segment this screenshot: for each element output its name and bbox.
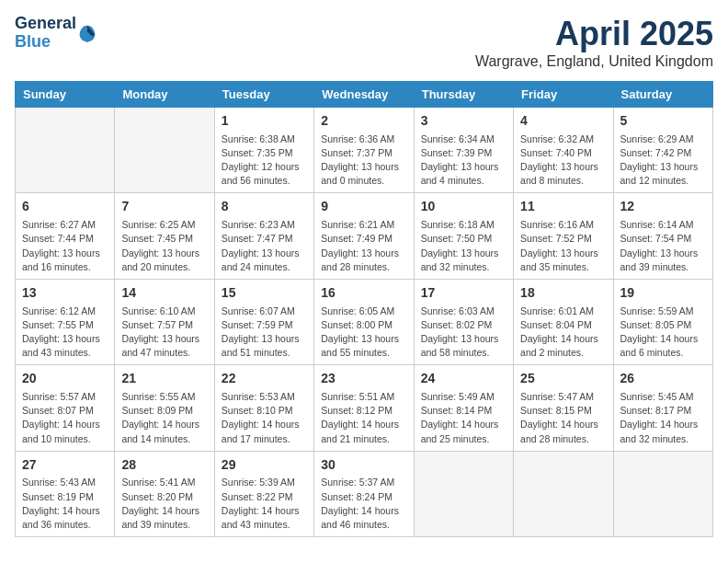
- calendar-cell: 12Sunrise: 6:14 AMSunset: 7:54 PMDayligh…: [613, 193, 712, 279]
- logo-blue: Blue: [15, 33, 76, 52]
- day-info: Sunrise: 5:53 AMSunset: 8:10 PMDaylight:…: [222, 390, 307, 446]
- day-number: 4: [520, 112, 606, 131]
- day-number: 30: [321, 456, 406, 475]
- day-number: 17: [421, 284, 506, 303]
- title-area: April 2025 Wargrave, England, United Kin…: [475, 15, 713, 70]
- day-number: 15: [222, 284, 307, 303]
- day-info: Sunrise: 6:27 AMSunset: 7:44 PMDaylight:…: [22, 218, 108, 274]
- day-info: Sunrise: 6:16 AMSunset: 7:52 PMDaylight:…: [520, 218, 606, 274]
- day-number: 18: [520, 284, 606, 303]
- calendar-cell: [414, 451, 513, 536]
- location-title: Wargrave, England, United Kingdom: [475, 53, 713, 70]
- calendar-cell: 10Sunrise: 6:18 AMSunset: 7:50 PMDayligh…: [414, 193, 513, 279]
- day-number: 24: [421, 370, 506, 388]
- weekday-header-thursday: Thursday: [414, 82, 513, 108]
- day-info: Sunrise: 5:57 AMSunset: 8:07 PMDaylight:…: [22, 390, 108, 446]
- day-info: Sunrise: 6:12 AMSunset: 7:55 PMDaylight:…: [22, 304, 108, 361]
- weekday-header-sunday: Sunday: [16, 82, 115, 108]
- calendar-cell: 13Sunrise: 6:12 AMSunset: 7:55 PMDayligh…: [16, 279, 115, 364]
- page-header: General Blue April 2025 Wargrave, Englan…: [15, 15, 713, 70]
- day-number: 26: [620, 370, 706, 388]
- day-info: Sunrise: 5:47 AMSunset: 8:15 PMDaylight:…: [520, 390, 606, 446]
- day-info: Sunrise: 5:55 AMSunset: 8:09 PMDaylight:…: [121, 390, 207, 446]
- calendar-cell: 2Sunrise: 6:36 AMSunset: 7:37 PMDaylight…: [314, 108, 414, 193]
- calendar-cell: 24Sunrise: 5:49 AMSunset: 8:14 PMDayligh…: [414, 365, 513, 451]
- day-info: Sunrise: 5:49 AMSunset: 8:14 PMDaylight:…: [421, 390, 506, 446]
- calendar-week-1: 1Sunrise: 6:38 AMSunset: 7:35 PMDaylight…: [16, 108, 713, 193]
- day-number: 3: [421, 112, 506, 131]
- calendar-cell: [115, 108, 214, 193]
- day-number: 20: [22, 370, 108, 388]
- day-info: Sunrise: 6:23 AMSunset: 7:47 PMDaylight:…: [222, 218, 307, 274]
- calendar-cell: 21Sunrise: 5:55 AMSunset: 8:09 PMDayligh…: [115, 365, 214, 451]
- day-info: Sunrise: 5:37 AMSunset: 8:24 PMDaylight:…: [321, 476, 406, 532]
- calendar-cell: 25Sunrise: 5:47 AMSunset: 8:15 PMDayligh…: [514, 365, 613, 451]
- day-info: Sunrise: 6:14 AMSunset: 7:54 PMDaylight:…: [620, 218, 706, 274]
- calendar-cell: 23Sunrise: 5:51 AMSunset: 8:12 PMDayligh…: [314, 365, 414, 451]
- day-number: 14: [121, 284, 207, 303]
- day-number: 6: [22, 198, 108, 216]
- day-info: Sunrise: 5:59 AMSunset: 8:05 PMDaylight:…: [620, 304, 706, 361]
- day-number: 22: [222, 370, 307, 388]
- calendar-cell: 17Sunrise: 6:03 AMSunset: 8:02 PMDayligh…: [414, 279, 513, 364]
- day-number: 16: [321, 284, 406, 303]
- calendar-cell: 11Sunrise: 6:16 AMSunset: 7:52 PMDayligh…: [514, 193, 613, 279]
- day-info: Sunrise: 6:07 AMSunset: 7:59 PMDaylight:…: [222, 304, 307, 361]
- weekday-header-friday: Friday: [514, 82, 613, 108]
- month-title: April 2025: [475, 15, 713, 53]
- day-info: Sunrise: 6:34 AMSunset: 7:39 PMDaylight:…: [421, 132, 506, 189]
- day-info: Sunrise: 6:38 AMSunset: 7:35 PMDaylight:…: [222, 132, 307, 189]
- calendar-cell: 6Sunrise: 6:27 AMSunset: 7:44 PMDaylight…: [16, 193, 115, 279]
- day-number: 27: [22, 456, 108, 475]
- day-number: 8: [222, 198, 307, 216]
- day-number: 11: [520, 198, 606, 216]
- calendar-cell: 20Sunrise: 5:57 AMSunset: 8:07 PMDayligh…: [16, 365, 115, 451]
- weekday-header-row: SundayMondayTuesdayWednesdayThursdayFrid…: [16, 82, 713, 108]
- day-info: Sunrise: 6:29 AMSunset: 7:42 PMDaylight:…: [620, 132, 706, 189]
- calendar-cell: [514, 451, 613, 536]
- calendar: SundayMondayTuesdayWednesdayThursdayFrid…: [15, 81, 713, 537]
- calendar-cell: 5Sunrise: 6:29 AMSunset: 7:42 PMDaylight…: [613, 108, 712, 193]
- day-info: Sunrise: 6:05 AMSunset: 8:00 PMDaylight:…: [321, 304, 406, 361]
- day-number: 12: [620, 198, 706, 216]
- day-info: Sunrise: 5:45 AMSunset: 8:17 PMDaylight:…: [620, 390, 706, 446]
- logo-icon: [78, 24, 97, 42]
- day-number: 23: [321, 370, 406, 388]
- day-number: 5: [620, 112, 706, 131]
- calendar-cell: 19Sunrise: 5:59 AMSunset: 8:05 PMDayligh…: [613, 279, 712, 364]
- day-number: 9: [321, 198, 406, 216]
- calendar-cell: 26Sunrise: 5:45 AMSunset: 8:17 PMDayligh…: [613, 365, 712, 451]
- day-info: Sunrise: 6:21 AMSunset: 7:49 PMDaylight:…: [321, 218, 406, 274]
- logo: General Blue: [15, 15, 97, 52]
- day-number: 25: [520, 370, 606, 388]
- day-info: Sunrise: 6:01 AMSunset: 8:04 PMDaylight:…: [520, 304, 606, 361]
- day-info: Sunrise: 5:43 AMSunset: 8:19 PMDaylight:…: [22, 476, 108, 532]
- weekday-header-tuesday: Tuesday: [214, 82, 313, 108]
- day-info: Sunrise: 6:18 AMSunset: 7:50 PMDaylight:…: [421, 218, 506, 274]
- day-number: 1: [222, 112, 307, 131]
- day-info: Sunrise: 5:39 AMSunset: 8:22 PMDaylight:…: [222, 476, 307, 532]
- calendar-cell: 29Sunrise: 5:39 AMSunset: 8:22 PMDayligh…: [214, 451, 313, 536]
- calendar-cell: [16, 108, 115, 193]
- calendar-week-2: 6Sunrise: 6:27 AMSunset: 7:44 PMDaylight…: [16, 193, 713, 279]
- calendar-cell: 30Sunrise: 5:37 AMSunset: 8:24 PMDayligh…: [314, 451, 414, 536]
- day-info: Sunrise: 6:25 AMSunset: 7:45 PMDaylight:…: [121, 218, 207, 274]
- day-number: 10: [421, 198, 506, 216]
- calendar-week-3: 13Sunrise: 6:12 AMSunset: 7:55 PMDayligh…: [16, 279, 713, 364]
- day-info: Sunrise: 5:41 AMSunset: 8:20 PMDaylight:…: [121, 476, 207, 532]
- logo-general: General: [15, 15, 76, 33]
- day-number: 7: [121, 198, 207, 216]
- calendar-cell: 15Sunrise: 6:07 AMSunset: 7:59 PMDayligh…: [214, 279, 313, 364]
- day-number: 2: [321, 112, 406, 131]
- calendar-cell: 18Sunrise: 6:01 AMSunset: 8:04 PMDayligh…: [514, 279, 613, 364]
- calendar-cell: 27Sunrise: 5:43 AMSunset: 8:19 PMDayligh…: [16, 451, 115, 536]
- calendar-cell: 1Sunrise: 6:38 AMSunset: 7:35 PMDaylight…: [214, 108, 313, 193]
- calendar-cell: [613, 451, 712, 536]
- day-number: 28: [121, 456, 207, 475]
- day-number: 21: [121, 370, 207, 388]
- weekday-header-wednesday: Wednesday: [314, 82, 414, 108]
- calendar-cell: 4Sunrise: 6:32 AMSunset: 7:40 PMDaylight…: [514, 108, 613, 193]
- calendar-cell: 3Sunrise: 6:34 AMSunset: 7:39 PMDaylight…: [414, 108, 513, 193]
- calendar-cell: 16Sunrise: 6:05 AMSunset: 8:00 PMDayligh…: [314, 279, 414, 364]
- calendar-week-4: 20Sunrise: 5:57 AMSunset: 8:07 PMDayligh…: [16, 365, 713, 451]
